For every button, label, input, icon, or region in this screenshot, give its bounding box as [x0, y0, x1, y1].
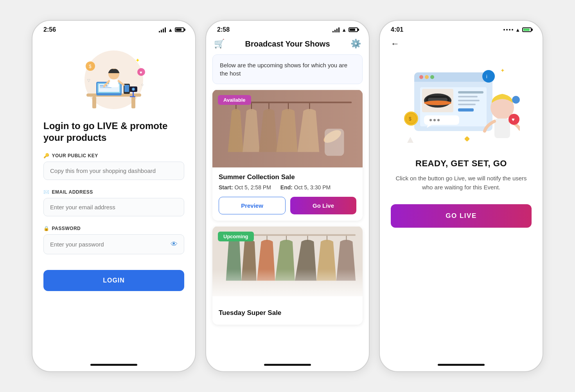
show-name-1: Summer Collection Sale	[219, 173, 356, 181]
show-times-1: Start: Oct 5, 2:58 PM End: Oct 5, 3:30 P…	[219, 184, 356, 191]
screen3-illustration: $ i ♥	[391, 57, 532, 158]
lock-icon: 🔒	[43, 226, 50, 231]
signal-icon-2	[332, 27, 340, 32]
cart-icon: 🛒	[214, 39, 225, 49]
svg-text:♥: ♥	[140, 70, 142, 75]
svg-point-52	[425, 75, 429, 79]
email-group: ✉️ EMAIL ADDRESS	[43, 189, 184, 223]
golive-button-card[interactable]: Go Live	[290, 197, 356, 214]
password-input[interactable]: 👁	[43, 234, 184, 254]
svg-rect-8	[100, 87, 111, 88]
svg-rect-3	[131, 97, 135, 108]
badge-upcoming: Upcoming	[218, 232, 254, 241]
login-button[interactable]: LOGIN	[43, 270, 184, 291]
public-key-field[interactable]	[50, 167, 178, 174]
broadcast-title: Broadcast Your Shows	[245, 40, 330, 49]
email-field[interactable]	[50, 204, 178, 210]
public-key-group: 🔑 YOUR PUBLIC KEY	[43, 153, 184, 187]
svg-rect-64	[458, 108, 474, 111]
password-field[interactable]	[50, 241, 171, 248]
battery-icon-3	[522, 27, 532, 32]
svg-rect-79	[464, 136, 470, 142]
screen3-main: ←	[380, 35, 543, 358]
wifi-icon-3: ▲	[515, 27, 520, 33]
key-icon: 🔑	[43, 153, 50, 158]
status-bar-2: 2:58 ▲	[206, 21, 369, 35]
svg-point-53	[430, 75, 434, 79]
svg-rect-17	[109, 79, 119, 87]
golive-main-button[interactable]: GO LIVE	[391, 204, 532, 228]
svg-text:$: $	[409, 116, 411, 122]
svg-text:▽: ▽	[87, 78, 90, 83]
home-bar-3	[438, 364, 485, 366]
svg-rect-62	[458, 100, 480, 101]
login-title: Login to go LIVE & promote your products	[43, 120, 184, 144]
svg-text:✦: ✦	[135, 57, 140, 63]
show-start: Start: Oct 5, 2:58 PM	[219, 184, 271, 191]
home-indicator-2	[206, 358, 369, 371]
svg-point-68	[437, 119, 440, 121]
back-button[interactable]: ←	[391, 39, 403, 49]
svg-text:♥: ♥	[512, 117, 515, 122]
email-label: ✉️ EMAIL ADDRESS	[43, 189, 184, 195]
ready-title: READY, GET SET, GO	[391, 158, 532, 169]
show-card-2: Upcoming Tuesday Super Sale	[212, 226, 363, 325]
svg-rect-15	[124, 85, 129, 92]
status-time-1: 2:56	[43, 26, 56, 33]
show-name-2: Tuesday Super Sale	[219, 309, 356, 317]
svg-rect-2	[92, 97, 96, 108]
show-image-2: Upcoming	[212, 226, 363, 304]
screen3-svg: $ i ♥	[402, 61, 520, 155]
svg-rect-47	[212, 269, 363, 296]
status-icons-3: ▲	[503, 27, 532, 33]
status-icons-1: ▲	[159, 27, 184, 33]
svg-point-72	[482, 70, 495, 83]
svg-point-59	[424, 101, 451, 105]
svg-point-66	[429, 119, 432, 121]
status-bar-1: 2:56 ▲	[32, 21, 195, 35]
svg-text:$: $	[89, 64, 92, 69]
shows-list[interactable]: Below are the upcoming shows for which y…	[206, 54, 369, 358]
phone-screen-2: 2:58 ▲ 🛒 Broadcast Your Shows ⚙️ Below a…	[205, 20, 370, 372]
show-card-1: Available Summer Collection Sale Start: …	[212, 90, 363, 221]
badge-available: Available	[218, 95, 251, 105]
public-key-label: 🔑 YOUR PUBLIC KEY	[43, 153, 184, 158]
show-password-icon[interactable]: 👁	[171, 240, 178, 248]
phone-screen-3: 4:01 ▲ ←	[379, 20, 543, 372]
broadcast-header: 🛒 Broadcast Your Shows ⚙️	[206, 35, 369, 54]
svg-marker-81	[407, 137, 413, 143]
svg-point-78	[512, 96, 520, 104]
show-actions-1: Preview Go Live	[219, 197, 356, 214]
screen1-content: $ ♥ ✦ ▽ ◇ Login to go LIVE & promote you…	[32, 35, 195, 358]
ready-description: Click on the button go Live, we will not…	[391, 174, 532, 192]
svg-point-67	[433, 119, 436, 121]
status-bar-3: 4:01 ▲	[380, 21, 543, 35]
svg-rect-61	[458, 96, 478, 97]
svg-point-13	[133, 88, 134, 90]
dots-icon	[503, 29, 513, 31]
svg-text:✦: ✦	[500, 67, 505, 74]
wifi-icon-2: ▲	[341, 27, 347, 33]
battery-icon-2	[349, 27, 358, 32]
signal-icon	[159, 27, 166, 32]
svg-text:i: i	[486, 74, 487, 79]
battery-icon	[175, 27, 184, 32]
home-bar-2	[264, 364, 311, 366]
hero-svg: $ ♥ ✦ ▽ ◇	[75, 43, 153, 113]
status-time-2: 2:58	[217, 26, 230, 33]
show-details-1: Summer Collection Sale Start: Oct 5, 2:5…	[212, 168, 363, 221]
svg-rect-63	[458, 104, 476, 105]
show-end: End: Oct 5, 3:30 PM	[280, 184, 331, 191]
email-input[interactable]	[43, 198, 184, 216]
svg-text:◇: ◇	[141, 83, 144, 86]
settings-icon[interactable]: ⚙️	[350, 39, 361, 49]
phone-screen-1: 2:56 ▲	[32, 20, 196, 372]
show-details-2: Tuesday Super Sale	[212, 304, 363, 325]
public-key-input[interactable]	[43, 162, 184, 180]
preview-button[interactable]: Preview	[219, 197, 286, 214]
password-label: 🔒 PASSWORD	[43, 226, 184, 231]
svg-rect-75	[494, 119, 510, 138]
status-icons-2: ▲	[332, 27, 358, 33]
home-indicator-1	[32, 358, 195, 371]
home-bar	[90, 364, 137, 366]
